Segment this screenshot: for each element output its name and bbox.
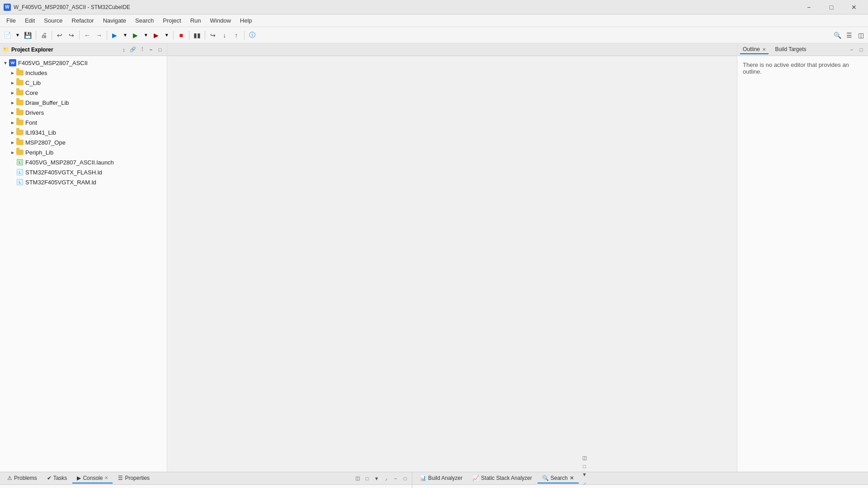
debug-dropdown[interactable]: ▼ [163,32,171,38]
link-editor-button[interactable]: 🔗 [129,46,137,54]
tree-flash-ld[interactable]: ► L STM32F405VGTX_FLASH.ld [0,167,167,177]
build-button[interactable]: ▶ [109,30,120,41]
new-dropdown[interactable]: ▼ [14,32,22,38]
menu-file[interactable]: File [2,15,20,26]
close-button[interactable]: ✕ [844,1,864,14]
tab-problems[interactable]: ⚠ Problems [3,474,42,483]
new-button[interactable]: 📄 [2,30,13,41]
next-edit-button[interactable]: → [94,30,104,41]
menu-search[interactable]: Search [131,15,158,26]
run-dropdown[interactable]: ▼ [142,32,150,38]
tree-launch-file[interactable]: ► L F405VG_MSP2807_ASCII.launch [0,157,167,167]
tree-ram-ld[interactable]: ► L STM32F405VGTX_RAM.ld [0,177,167,187]
menu-edit[interactable]: Edit [20,15,39,26]
static-stack-label: Static Stack Analyzer [481,475,532,481]
tab-outline[interactable]: Outline ✕ [740,45,769,54]
restore-button[interactable]: □ [821,1,842,14]
menu-refactor[interactable]: Refactor [67,15,99,26]
step-into-button[interactable]: ↓ [219,30,230,41]
outline-tab-label: Outline [743,46,760,52]
tree-msp2807[interactable]: ► MSP2807_Ope [0,137,167,147]
msp2807-label: MSP2807_Ope [25,139,66,146]
build-targets-tab-label: Build Targets [775,46,806,52]
search-action-2[interactable]: □ [580,462,589,470]
title-left: W W_F405VG_MSP2807_ASCII - STM32CubeIDE [4,4,130,11]
views-button[interactable]: ☰ [844,30,854,41]
console-action-5[interactable]: □ [401,474,409,483]
toolbar-sep-3 [79,31,80,40]
outline-panel: Outline ✕ Build Targets − □ There is no … [737,43,868,472]
step-return-button[interactable]: ↑ [231,30,242,41]
tree-draw-buffer[interactable]: ► Draw_Buffer_Lib [0,98,167,108]
tree-core[interactable]: ► Core [0,88,167,98]
problems-icon: ⚠ [7,475,12,481]
console-action-1[interactable]: ◫ [354,474,362,483]
collapse-all-button[interactable]: ↕ [120,46,128,54]
tree-periph[interactable]: ► Periph_Lib [0,147,167,157]
console-tab-close[interactable]: ✕ [104,475,108,480]
step-over-button[interactable]: ↪ [208,30,218,41]
tab-build-analyzer[interactable]: 📊 Build Analyzer [415,474,467,483]
console-content: No consoles to display at this time. [0,485,412,488]
menu-help[interactable]: Help [236,15,257,26]
tree-ili9341[interactable]: ► ILI9341_Lib [0,127,167,137]
folder-icon: 📁 [3,47,9,53]
menu-source[interactable]: Source [39,15,67,26]
editor-tabs [167,43,737,56]
tab-properties[interactable]: ☰ Properties [113,474,154,483]
console-action-2[interactable]: □ [363,474,371,483]
console-action-3[interactable]: ◞ [382,474,390,483]
tab-search[interactable]: 🔍 Search ✕ [538,474,579,483]
suspend-button[interactable]: ▮▮ [192,30,203,41]
search-toolbar-button[interactable]: 🔍 [832,30,843,41]
console-action-down[interactable]: ▼ [373,474,381,483]
build-dropdown[interactable]: ▼ [121,32,129,38]
outline-tab-close[interactable]: ✕ [762,47,766,52]
tree-drivers[interactable]: ► Drivers [0,108,167,117]
menu-project[interactable]: Project [158,15,185,26]
menu-window[interactable]: Window [206,15,236,26]
bottom-right-header: 📊 Build Analyzer 📈 Static Stack Analyzer… [412,472,868,485]
stop-button[interactable]: ■ [176,30,187,41]
undo-button[interactable]: ↩ [54,30,65,41]
save-button[interactable]: 💾 [23,30,33,41]
prev-edit-button[interactable]: ← [82,30,93,41]
search-action-down[interactable]: ▼ [580,470,589,479]
tree-font[interactable]: ► Font [0,117,167,127]
drivers-arrow: ► [9,109,16,116]
search-tab-close[interactable]: ✕ [570,475,574,481]
outline-minimize-button[interactable]: − [848,46,856,54]
outline-maximize-button[interactable]: □ [857,46,865,54]
tab-console[interactable]: ▶ Console ✕ [72,474,113,483]
flash-label: STM32F405VGTX_FLASH.ld [25,169,102,176]
console-action-4[interactable]: − [392,474,400,483]
tree-includes[interactable]: ► Includes [0,68,167,78]
run-button[interactable]: ▶ [130,30,141,41]
perspective-button[interactable]: ◫ [855,30,866,41]
minimize-button[interactable]: − [798,1,819,14]
toolbar-sep-2 [52,31,52,40]
search-icon: 🔍 [542,475,549,481]
window-controls: − □ ✕ [798,1,864,14]
tree-root[interactable]: ▼ W F405VG_MSP2807_ASCII [0,58,167,68]
info-button[interactable]: ⓘ [247,30,258,41]
properties-icon: ☰ [118,475,123,481]
menu-navigate[interactable]: Navigate [99,15,131,26]
search-action-1[interactable]: ◫ [580,454,589,462]
draw-buffer-label: Draw_Buffer_Lib [25,99,69,106]
tab-build-targets[interactable]: Build Targets [772,45,809,54]
print-button[interactable]: 🖨 [38,30,49,41]
toolbar-sep-1 [36,31,36,40]
tab-static-stack-analyzer[interactable]: 📈 Static Stack Analyzer [468,474,537,483]
explorer-menu-button[interactable]: ⋮ [138,46,146,54]
tree-clib[interactable]: ► C_Lib [0,78,167,88]
outline-actions: − □ [848,46,865,54]
redo-button[interactable]: ↪ [66,30,77,41]
explorer-maximize-button[interactable]: □ [156,46,164,54]
menu-run[interactable]: Run [186,15,206,26]
properties-label: Properties [125,475,150,481]
explorer-minimize-button[interactable]: − [147,46,155,54]
debug-button[interactable]: ▶ [151,30,162,41]
core-label: Core [25,89,38,96]
tab-tasks[interactable]: ✔ Tasks [42,474,72,483]
